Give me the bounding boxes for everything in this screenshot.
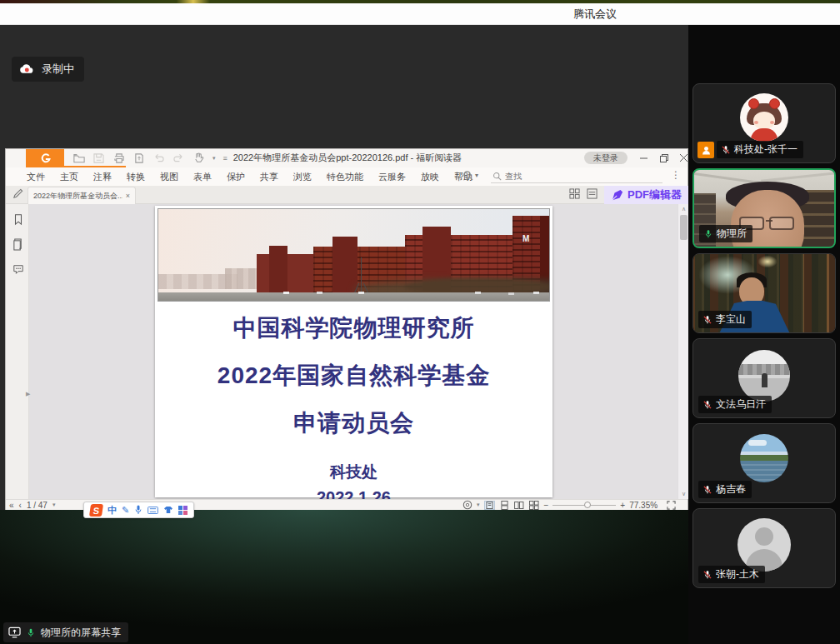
recording-label: 录制中: [42, 62, 74, 77]
host-badge-icon: [698, 142, 714, 158]
tab-close-icon[interactable]: ×: [126, 192, 130, 200]
menu-comment[interactable]: 注释: [86, 171, 119, 183]
pdf-page: M 中国科学院物理研究所 2022年国家自然科学基金 申请动员会 科技处 202…: [155, 206, 552, 497]
screen-share-label: 物理所的屏幕共享: [41, 626, 121, 640]
search-input[interactable]: [505, 172, 647, 181]
export-icon[interactable]: [132, 152, 145, 164]
participant-name: 物理所: [717, 227, 747, 241]
single-page-layout-icon[interactable]: [484, 501, 495, 510]
fullscreen-icon[interactable]: [667, 501, 676, 510]
document-tab[interactable]: 2022年物理所基金动员会... ×: [28, 187, 136, 204]
print-icon[interactable]: [112, 152, 125, 164]
pdf-menubar: 文件 主页 注释 转换 视图 表单 保护 共享 浏览 特色功能 云服务 放映 帮…: [6, 167, 688, 186]
zoom-tool-dropdown[interactable]: ▾: [462, 170, 478, 181]
participant-name-bar: 物理所: [699, 225, 752, 242]
ime-skin-icon[interactable]: [163, 506, 173, 514]
zoom-in-icon[interactable]: +: [620, 501, 625, 510]
view-mode-icon[interactable]: [462, 500, 472, 510]
minimize-button[interactable]: [636, 151, 651, 165]
participant-tile[interactable]: 杨吉春: [692, 423, 836, 503]
participant-tile[interactable]: 文法乌日汗: [692, 338, 836, 418]
menubar-more-icon[interactable]: ⋮: [671, 169, 681, 181]
menu-share[interactable]: 共享: [252, 171, 286, 183]
open-file-icon[interactable]: [72, 152, 85, 164]
pdf-editor-button[interactable]: PDF编辑器: [604, 186, 688, 204]
muted-mic-icon: [702, 315, 712, 325]
building-tower-1: [269, 246, 288, 292]
screen: 腾讯会议 录制中: [0, 0, 840, 644]
panel-expand-arrow[interactable]: ▶: [26, 391, 30, 397]
menu-form[interactable]: 表单: [186, 171, 219, 183]
view-mode-caret[interactable]: ▾: [477, 502, 480, 508]
vertical-scrollbar[interactable]: ∧ ∨: [678, 204, 688, 499]
zoom-slider-knob[interactable]: [584, 502, 591, 508]
bookmarks-panel-icon[interactable]: [11, 212, 25, 227]
participant-name: 科技处-张千一: [734, 142, 798, 157]
page-dropdown-caret[interactable]: ▾: [52, 502, 56, 508]
ime-keyboard-icon[interactable]: [148, 507, 158, 514]
zoom-out-icon[interactable]: −: [544, 501, 549, 510]
menu-protect[interactable]: 保护: [219, 171, 252, 183]
facing-continuous-layout-icon[interactable]: [529, 501, 540, 510]
menu-cloud[interactable]: 云服务: [371, 171, 413, 183]
participant-tile[interactable]: 物理所: [692, 168, 836, 248]
campus-photo: M: [158, 208, 550, 302]
save-icon[interactable]: [92, 152, 105, 164]
meeting-titlebar: 腾讯会议: [0, 3, 840, 25]
menu-view[interactable]: 视图: [152, 171, 186, 183]
prev-page-icon[interactable]: ‹: [19, 501, 22, 510]
ime-toolbox-icon[interactable]: [178, 506, 188, 515]
pdf-reader-window: ▾ ≡ 2022年物理所基金动员会ppt-20220126.pdf - 福昕阅读…: [5, 148, 688, 510]
annotate-pen-icon[interactable]: [12, 188, 23, 200]
ime-mode-chinese[interactable]: 中: [108, 504, 117, 517]
restore-button[interactable]: [657, 151, 672, 165]
recording-badge[interactable]: 录制中: [12, 57, 84, 82]
thumbnail-view-icon[interactable]: [569, 188, 580, 199]
building-m-sign: M: [522, 234, 529, 243]
scrollbar-thumb[interactable]: [680, 215, 688, 240]
page-indicator[interactable]: 1 / 47: [27, 501, 48, 510]
ime-mic-icon[interactable]: [134, 505, 142, 515]
first-page-icon[interactable]: «: [9, 501, 14, 510]
document-tab-label: 2022年物理所基金动员会...: [33, 191, 122, 202]
pdf-window-titlebar: ▾ ≡ 2022年物理所基金动员会ppt-20220126.pdf - 福昕阅读…: [6, 149, 688, 167]
undo-icon[interactable]: [152, 152, 165, 164]
pages-panel-icon[interactable]: [11, 237, 25, 252]
zoom-slider[interactable]: [552, 505, 616, 506]
scroll-down-icon[interactable]: ∨: [678, 489, 688, 499]
menu-convert[interactable]: 转换: [119, 171, 152, 183]
avatar: [738, 350, 790, 402]
menu-browse[interactable]: 浏览: [286, 171, 319, 183]
continuous-layout-icon[interactable]: [499, 501, 510, 510]
active-mic-icon: [26, 627, 36, 638]
login-button[interactable]: 未登录: [584, 152, 628, 164]
sogou-logo[interactable]: S: [89, 504, 103, 517]
slide-department: 科技处: [330, 462, 378, 483]
foxit-logo[interactable]: [26, 149, 64, 167]
participant-tile[interactable]: 科技处-张千一: [692, 83, 836, 163]
participant-name-bar: 张朝-土木: [698, 566, 765, 583]
comments-panel-icon[interactable]: [11, 262, 25, 277]
facing-layout-icon[interactable]: [514, 501, 525, 510]
scroll-up-icon[interactable]: ∧: [678, 204, 688, 214]
menu-features[interactable]: 特色功能: [319, 171, 371, 183]
participant-name-bar: 杨吉春: [698, 481, 752, 498]
participant-tile[interactable]: 张朝-土木: [692, 508, 836, 588]
menu-slideshow[interactable]: 放映: [413, 171, 447, 183]
screen-share-banner[interactable]: 物理所的屏幕共享: [3, 622, 128, 642]
ime-pen-icon[interactable]: ✎: [122, 505, 129, 516]
list-view-icon[interactable]: [587, 188, 598, 199]
building-tower-2: [332, 237, 358, 292]
pen-nib-icon: [612, 189, 623, 201]
zoom-level[interactable]: 77.35%: [629, 501, 658, 510]
road: [158, 292, 549, 301]
search-icon: [492, 172, 502, 181]
slide-title-line1: 中国科学院物理研究所: [233, 304, 475, 352]
ime-toolbar[interactable]: S 中 ✎: [83, 502, 194, 518]
menu-home[interactable]: 主页: [52, 171, 86, 183]
participant-name-bar: 文法乌日汗: [698, 396, 772, 413]
menu-file[interactable]: 文件: [19, 171, 52, 183]
close-button[interactable]: [676, 151, 688, 165]
participant-tile[interactable]: 李宝山: [692, 253, 836, 333]
search-box[interactable]: [491, 169, 662, 183]
